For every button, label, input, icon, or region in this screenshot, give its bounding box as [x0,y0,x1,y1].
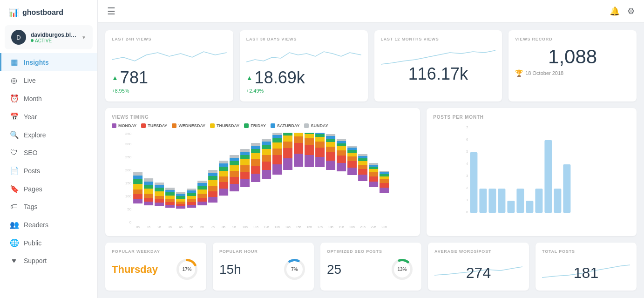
user-menu[interactable]: D davidburgos.blog ACTIVE ▼ [5,25,93,49]
bar-group-21h: 21h [358,154,367,229]
svg-rect-212 [526,201,534,213]
card-record: VIEWS RECORD 1,088 🏆 18 October 2018 [508,30,637,102]
sidebar-item-seo[interactable]: 🛡 SEO [0,144,97,162]
notification-icon[interactable]: 🔔 [610,6,620,16]
svg-text:17h: 17h [317,225,323,229]
logo-icon: 📊 [8,7,19,18]
svg-rect-61 [197,183,207,186]
svg-text:Oct: Oct [564,216,569,217]
svg-text:0h: 0h [136,225,140,229]
menu-icon[interactable]: ☰ [107,6,115,17]
svg-text:14h: 14h [285,225,291,229]
bar-group-6h: 6h [197,181,207,229]
svg-text:18h: 18h [328,225,333,229]
bar-group-15h: 15h [294,133,303,229]
svg-text:Nov: Nov [573,216,579,217]
svg-rect-178 [369,172,378,176]
svg-text:2: 2 [466,186,468,190]
svg-rect-46 [176,192,185,194]
svg-rect-92 [240,155,250,159]
sidebar-item-insights[interactable]: ▦ Insights [0,53,97,71]
sidebar-item-pages[interactable]: 🔖 Pages [0,180,97,198]
posts-per-month-card: POSTS PER MONTH 0 1 2 3 4 5 6 7 [427,108,637,236]
svg-rect-91 [240,159,250,165]
svg-rect-185 [380,183,389,188]
sidebar-item-month[interactable]: ⏰ Month [0,89,97,108]
svg-text:11h: 11h [253,225,258,229]
svg-text:5: 5 [466,149,468,154]
popular-weekday-label: POPULAR WEEKDAY [112,249,200,254]
timing-legend: MONDAY TUESDAY WEDNESDAY THURSDAY FRIDAY… [112,123,414,128]
svg-rect-138 [315,148,325,157]
sidebar-item-live[interactable]: ◎ Live [0,71,97,89]
svg-text:1: 1 [466,198,468,202]
svg-text:Dec: Dec [471,216,477,217]
svg-rect-126 [294,154,303,167]
popular-hour-donut: 7% [282,257,307,282]
svg-rect-24 [155,203,164,206]
svg-rect-65 [208,191,217,197]
total-posts-card: TOTAL POSTS 181 [536,243,637,291]
last24h-label: LAST 24H VIEWS [112,37,227,41]
svg-rect-59 [197,190,207,194]
svg-rect-106 [262,155,271,162]
svg-text:23h: 23h [381,225,387,229]
svg-rect-173 [358,156,367,158]
popular-weekday-card: POPULAR WEEKDAY Thursday 17% [105,243,206,291]
svg-rect-189 [380,172,389,174]
sidebar-item-label: Month [24,95,42,102]
svg-rect-190 [380,171,389,172]
last24h-value: 781 [120,68,148,87]
bar-group-19h: 19h [337,139,346,229]
sidebar-item-posts[interactable]: 📄 Posts [0,162,97,180]
svg-rect-99 [251,153,260,159]
sidebar-item-label: Readers [24,221,48,229]
bar-group-11h: 11h [251,143,260,229]
svg-text:20h: 20h [349,225,355,229]
svg-rect-14 [133,172,142,176]
svg-rect-127 [294,143,303,154]
avg-words-value: 274 [466,264,491,281]
sidebar-item-tags[interactable]: 🏷 Tags [0,198,97,216]
svg-text:0: 0 [129,220,132,224]
sidebar-item-explore[interactable]: 🔍 Explore [0,126,97,144]
user-name: davidburgos.blog [31,32,77,38]
svg-rect-134 [305,134,314,138]
svg-text:22h: 22h [371,225,376,229]
svg-rect-141 [315,134,325,137]
svg-text:6: 6 [466,137,468,142]
settings-icon[interactable]: ⚙ [627,6,635,16]
sidebar-item-readers[interactable]: 👥 Readers [0,216,97,234]
svg-text:19h: 19h [339,225,344,229]
svg-rect-109 [262,142,271,145]
nav: ▦ Insights ◎ Live ⏰ Month 📅 Year 🔍 Explo… [0,53,97,270]
topbar: ☰ 🔔 ⚙ [98,0,644,23]
svg-rect-76 [219,167,228,171]
svg-rect-132 [305,145,314,155]
sidebar-item-label: Insights [24,59,49,66]
svg-text:Jul: Jul [537,216,541,217]
svg-rect-35 [165,196,175,199]
sidebar-item-public[interactable]: 🌐 Public [0,234,97,252]
svg-rect-110 [262,139,271,142]
sidebar-item-support[interactable]: ♥ Support [0,252,97,270]
card-last24h: LAST 24H VIEWS ▲ 781 +8.95% [105,30,233,102]
svg-rect-176 [369,182,378,187]
charts-row: VIEWS TIMING MONDAY TUESDAY WEDNESDAY TH… [105,108,637,236]
sidebar-item-year[interactable]: 📅 Year [0,108,97,126]
svg-rect-80 [230,184,239,191]
svg-rect-36 [165,192,175,196]
card-last12m: LAST 12 MONTHS VIEWS 116.17k [374,30,502,102]
svg-text:100: 100 [125,194,132,198]
sidebar-item-label: Support [24,257,47,264]
last12m-label: LAST 12 MONTHS VIEWS [381,37,496,41]
svg-rect-83 [230,165,239,171]
sidebar: 📊 ghostboard D davidburgos.blog ACTIVE ▼… [0,0,98,298]
bar-group-1h: 1h [144,178,153,229]
svg-rect-100 [251,149,260,153]
last30d-chart [246,43,361,67]
svg-rect-163 [347,153,357,156]
timing-chart: 0 50 100 150 200 250 300 350 [112,133,414,226]
svg-rect-117 [272,135,282,138]
svg-text:7: 7 [466,125,468,129]
